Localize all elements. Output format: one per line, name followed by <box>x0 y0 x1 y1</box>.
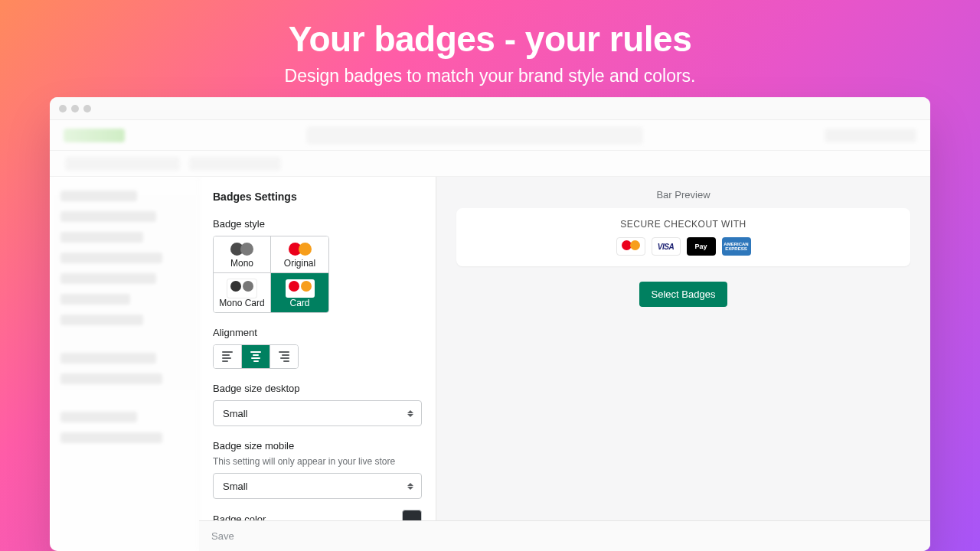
admin-topbar <box>50 120 930 151</box>
main-content: Badges Settings Badge style Mono Origina… <box>199 177 930 551</box>
app-body: Badges Settings Badge style Mono Origina… <box>50 177 930 551</box>
settings-panel: Badges Settings Badge style Mono Origina… <box>199 177 436 551</box>
style-option-mono-card[interactable]: Mono Card <box>214 273 271 312</box>
size-mobile-help: This setting will only appear in your li… <box>213 456 422 467</box>
style-label: Original <box>284 258 315 269</box>
user-menu[interactable] <box>825 129 916 142</box>
select-badges-button[interactable]: Select Badges <box>639 282 728 307</box>
hero-title: Your badges - your rules <box>285 18 696 60</box>
style-label: Card <box>289 298 309 308</box>
size-desktop-label: Badge size desktop <box>213 383 422 394</box>
select-value: Small <box>223 408 248 419</box>
bottom-bar: Save <box>199 520 930 551</box>
style-option-mono[interactable]: Mono <box>214 236 271 273</box>
align-right-button[interactable] <box>270 345 298 368</box>
window-titlebar <box>50 97 930 120</box>
visa-badge: VISA <box>652 237 681 256</box>
window-close-icon[interactable] <box>59 105 67 112</box>
breadcrumb <box>65 157 180 171</box>
app-window: Badges Settings Badge style Mono Origina… <box>50 97 930 551</box>
badge-row: VISA Pay AMERICAN EXPRESS <box>616 237 751 256</box>
breadcrumb <box>189 157 281 171</box>
search-input[interactable] <box>306 126 643 145</box>
secure-checkout-text: SECURE CHECKOUT WITH <box>620 219 746 230</box>
breadcrumb-bar <box>50 151 930 177</box>
admin-sidebar <box>50 177 199 551</box>
alignment-label: Alignment <box>213 327 422 338</box>
window-minimize-icon[interactable] <box>71 105 79 112</box>
chevron-updown-icon <box>407 410 413 417</box>
mastercard-badge <box>616 237 645 256</box>
window-zoom-icon[interactable] <box>83 105 91 112</box>
preview-bar: SECURE CHECKOUT WITH VISA Pay AMERICAN E… <box>456 208 910 266</box>
select-value: Small <box>223 481 248 492</box>
alignment-group <box>213 344 299 369</box>
size-desktop-select[interactable]: Small <box>213 400 422 426</box>
style-label: Mono Card <box>219 298 264 308</box>
preview-label: Bar Preview <box>656 189 710 201</box>
align-left-button[interactable] <box>214 345 242 368</box>
hero-header: Your badges - your rules Design badges t… <box>285 0 696 97</box>
size-mobile-label: Badge size mobile <box>213 440 422 452</box>
shop-logo <box>64 129 125 142</box>
badge-style-label: Badge style <box>213 218 422 230</box>
align-center-icon <box>250 351 261 362</box>
apple-pay-badge: Pay <box>687 237 716 256</box>
badge-style-grid: Mono Original Mono Card Card <box>213 236 329 313</box>
preview-area: Bar Preview SECURE CHECKOUT WITH VISA Pa… <box>436 177 930 551</box>
align-right-icon <box>279 351 289 362</box>
style-label: Mono <box>230 258 253 269</box>
amex-badge: AMERICAN EXPRESS <box>722 237 751 256</box>
style-option-card[interactable]: Card <box>271 273 328 312</box>
align-center-button[interactable] <box>242 345 270 368</box>
hero-subtitle: Design badges to match your brand style … <box>285 66 696 86</box>
settings-heading: Badges Settings <box>213 191 422 203</box>
chevron-updown-icon <box>407 483 413 490</box>
style-option-original[interactable]: Original <box>271 236 328 273</box>
align-left-icon <box>222 351 233 362</box>
size-mobile-select[interactable]: Small <box>213 473 422 499</box>
save-button[interactable]: Save <box>211 530 234 542</box>
